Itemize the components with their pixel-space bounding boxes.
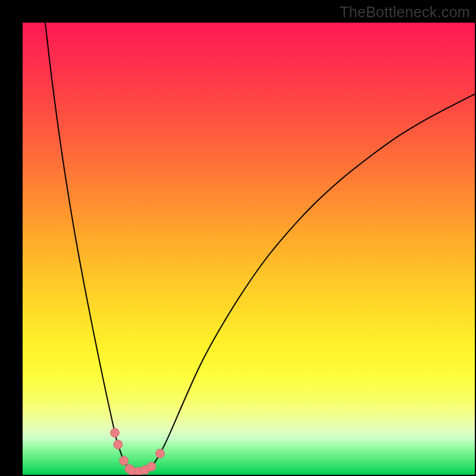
chart-frame: TheBottleneck.com bbox=[0, 0, 476, 476]
chart-svg bbox=[23, 23, 475, 475]
data-marker bbox=[120, 456, 129, 465]
bottleneck-curve bbox=[45, 23, 475, 472]
data-marker bbox=[111, 428, 120, 437]
plot-area bbox=[23, 23, 475, 475]
watermark-text: TheBottleneck.com bbox=[340, 4, 470, 21]
data-marker bbox=[147, 462, 156, 471]
data-marker bbox=[114, 440, 123, 449]
data-marker bbox=[156, 449, 165, 458]
